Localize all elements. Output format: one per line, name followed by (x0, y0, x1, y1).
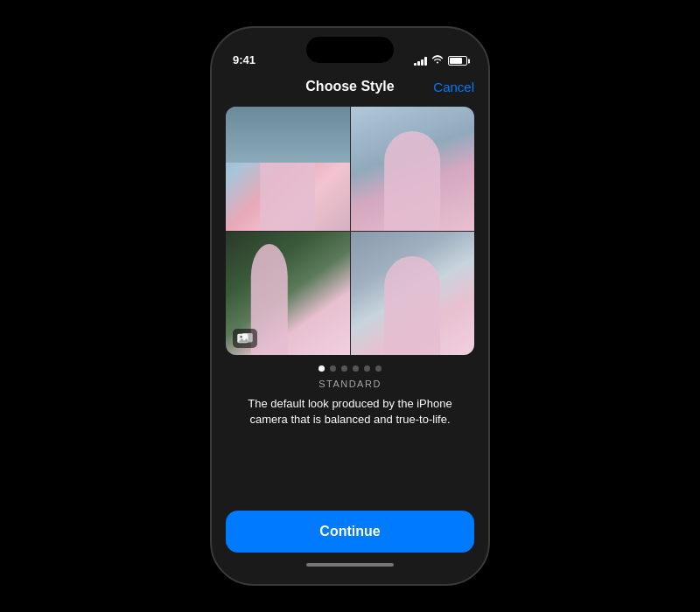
cancel-button[interactable]: Cancel (433, 80, 474, 94)
style-description: The default look produced by the iPhone … (226, 396, 474, 428)
photo-grid (226, 107, 474, 355)
photo-cell-bottom-right[interactable] (351, 232, 475, 356)
wifi-icon (431, 55, 444, 66)
dot-1[interactable] (318, 365, 325, 372)
photo-cell-top-right[interactable] (351, 107, 475, 231)
nav-bar: Choose Style Cancel (212, 72, 488, 100)
style-label: STANDARD (318, 379, 382, 389)
continue-button[interactable]: Continue (226, 511, 474, 553)
photo-grid-container (226, 107, 474, 355)
dot-3[interactable] (341, 365, 347, 372)
status-time: 9:41 (233, 53, 256, 66)
dynamic-island (306, 37, 394, 63)
dot-5[interactable] (364, 365, 370, 372)
status-icons (414, 55, 467, 66)
home-indicator (306, 563, 394, 567)
photo-cell-bottom-left[interactable] (226, 232, 350, 356)
svg-point-2 (240, 336, 242, 338)
main-content: STANDARD The default look produced by th… (212, 100, 488, 504)
bottom-area: Continue (212, 504, 488, 584)
photo-library-icon (233, 329, 257, 348)
battery-fill (450, 58, 462, 64)
carousel-dots (318, 365, 382, 372)
photo-cell-top-left[interactable] (226, 107, 350, 231)
phone-frame: 9:41 Choose Style Cancel (210, 26, 490, 586)
dot-2[interactable] (330, 365, 336, 372)
dot-4[interactable] (353, 365, 359, 372)
signal-icon (414, 57, 427, 66)
dot-6[interactable] (375, 365, 382, 372)
battery-icon (448, 56, 467, 66)
screen-title: Choose Style (305, 79, 394, 94)
